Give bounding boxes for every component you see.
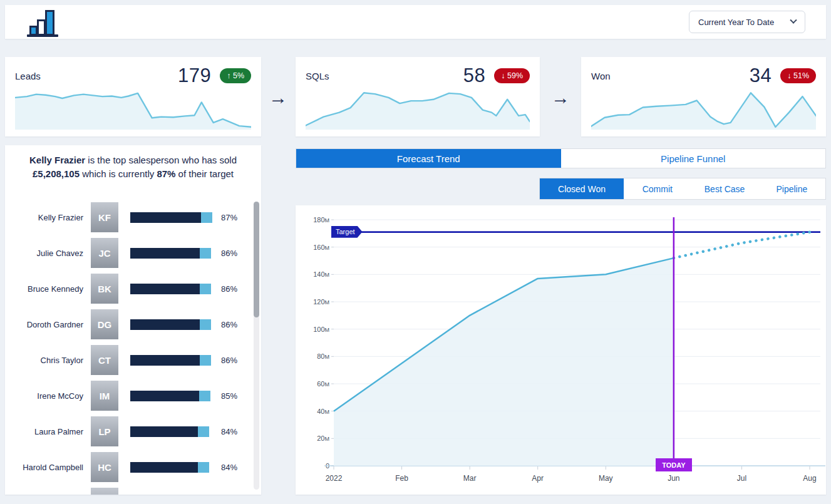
avatar: DG: [91, 309, 118, 339]
salesperson-row[interactable]: Chris TaylorCT86%: [5, 342, 261, 378]
series-tabs: Closed Won Commit Best Case Pipeline: [539, 178, 826, 200]
sparkline-area: [306, 93, 530, 130]
y-tick-label: 60M: [317, 380, 329, 388]
flow-arrow-icon: →: [269, 87, 287, 108]
salesperson-row[interactable]: Laura PalmerLP84%: [5, 414, 261, 450]
progress-achieved: [130, 284, 200, 294]
logo-baseline: [27, 34, 58, 37]
tab-pipeline-funnel[interactable]: Pipeline Funnel: [561, 149, 826, 168]
progress-tip: [200, 248, 211, 259]
progress-achieved: [130, 426, 198, 437]
target-progress-bar: [130, 248, 211, 259]
scrollbar-thumb[interactable]: [254, 202, 259, 317]
tab-commit[interactable]: Commit: [624, 178, 691, 199]
progress-pct: 86%: [221, 271, 237, 307]
flow-arrow-icon: →: [551, 87, 570, 108]
salesperson-row[interactable]: Doroth GardnerDG86%: [5, 307, 261, 342]
salesperson-name: Bruce Kennedy: [5, 271, 83, 307]
avatar: LP: [91, 416, 118, 446]
salesperson-name: [5, 485, 83, 495]
x-tick-label: Apr: [532, 474, 544, 483]
progress-tip: [198, 426, 209, 437]
x-tick-label: Jun: [668, 474, 679, 483]
logo-bar-tall: [45, 10, 54, 36]
date-range-value: Current Year To Date: [698, 18, 774, 27]
date-range-select[interactable]: Current Year To Date: [689, 11, 805, 33]
progress-pct: 86%: [221, 307, 237, 342]
list-scrollbar[interactable]: [254, 202, 259, 490]
progress-achieved: [130, 462, 198, 473]
trend-chart-svg[interactable]: 020M40M60M80M100M120M140M160M180M2022Feb…: [296, 205, 826, 495]
chevron-down-icon: [790, 17, 797, 24]
tab-best-case[interactable]: Best Case: [691, 178, 758, 199]
kpi-label: Won: [591, 71, 611, 81]
tab-forecast-trend[interactable]: Forecast Trend: [296, 149, 561, 168]
salesperson-row[interactable]: Harold CampbellHC84%: [5, 450, 261, 485]
avatar: BK: [91, 274, 118, 304]
avatar: KF: [91, 202, 118, 232]
target-progress-bar: [130, 355, 211, 366]
top-seller-amount: £5,208,105: [33, 168, 80, 179]
x-tick-label: May: [599, 474, 613, 483]
avatar: CT: [91, 345, 118, 375]
y-tick-label: 120M: [313, 298, 329, 306]
salesperson-name: Laura Palmer: [5, 414, 83, 450]
progress-achieved: [130, 248, 200, 259]
y-tick-label: 140M: [313, 270, 329, 278]
salesperson-row[interactable]: [5, 485, 261, 495]
target-progress-bar: [130, 426, 209, 437]
target-flag: Target: [331, 226, 363, 238]
progress-tip: [200, 355, 211, 366]
progress-pct: 87%: [221, 200, 237, 235]
target-progress-bar: [130, 319, 211, 330]
kpi-sparkline: [591, 90, 816, 130]
avatar: JC: [91, 238, 118, 268]
progress-tip: [200, 319, 211, 330]
kpi-delta-badge: ↑ 5%: [220, 68, 251, 83]
y-tick-label: 40M: [317, 408, 329, 415]
progress-pct: 85%: [221, 378, 237, 414]
x-tick-label: Aug: [803, 474, 816, 483]
y-tick-label: 160M: [313, 244, 329, 251]
target-progress-bar: [130, 462, 209, 473]
progress-tip: [199, 391, 210, 401]
x-tick-label: 2022: [326, 474, 343, 483]
x-tick-label: Mar: [463, 474, 477, 483]
tab-closed-won[interactable]: Closed Won: [540, 178, 624, 199]
x-tick-label: Jul: [737, 474, 746, 483]
salesperson-panel: Kelly Frazier is the top salesperson who…: [5, 145, 261, 495]
progress-tip: [201, 212, 212, 223]
today-flag: TODAY: [656, 458, 692, 471]
salesperson-row[interactable]: Julie ChavezJC86%: [5, 235, 261, 271]
kpi-card-leads: Leads 179 ↑ 5%: [5, 57, 261, 136]
progress-pct: 84%: [221, 450, 237, 485]
kpi-label: Leads: [15, 71, 41, 81]
salesperson-row[interactable]: Bruce KennedyBK86%: [5, 271, 261, 307]
top-seller-summary: Kelly Frazier is the top salesperson who…: [5, 145, 261, 181]
target-progress-bar: [130, 212, 212, 223]
salesperson-name: Doroth Gardner: [5, 307, 83, 342]
bar-chart-logo-icon: [27, 8, 59, 37]
y-tick-label: 100M: [313, 326, 329, 333]
kpi-sparkline: [306, 90, 530, 130]
progress-tip: [198, 462, 209, 473]
tab-pipeline[interactable]: Pipeline: [758, 178, 825, 199]
progress-tip: [200, 284, 211, 294]
topbar: Current Year To Date: [5, 5, 826, 39]
salesperson-name: Kelly Frazier: [5, 200, 83, 235]
y-tick-label: 180M: [313, 216, 329, 224]
sparkline-area: [591, 93, 816, 130]
salesperson-row[interactable]: Kelly FrazierKF87%: [5, 200, 261, 235]
target-progress-bar: [130, 391, 210, 401]
y-tick-label: 20M: [317, 435, 329, 442]
kpi-value: 179: [178, 64, 211, 87]
trend-chart: 020M40M60M80M100M120M140M160M180M2022Feb…: [296, 205, 826, 495]
salesperson-list: Kelly FrazierKF87%Julie ChavezJC86%Bruce…: [5, 200, 261, 495]
kpi-card-sqls: SQLs 58 ↓ 59%: [296, 57, 540, 136]
salesperson-name: Harold Campbell: [5, 450, 83, 485]
view-tabs: Forecast Trend Pipeline Funnel: [296, 148, 826, 168]
forecast-dotted-line: [674, 232, 810, 258]
kpi-value: 58: [463, 64, 485, 87]
target-progress-bar: [130, 284, 211, 294]
salesperson-row[interactable]: Irene McCoyIM85%: [5, 378, 261, 414]
